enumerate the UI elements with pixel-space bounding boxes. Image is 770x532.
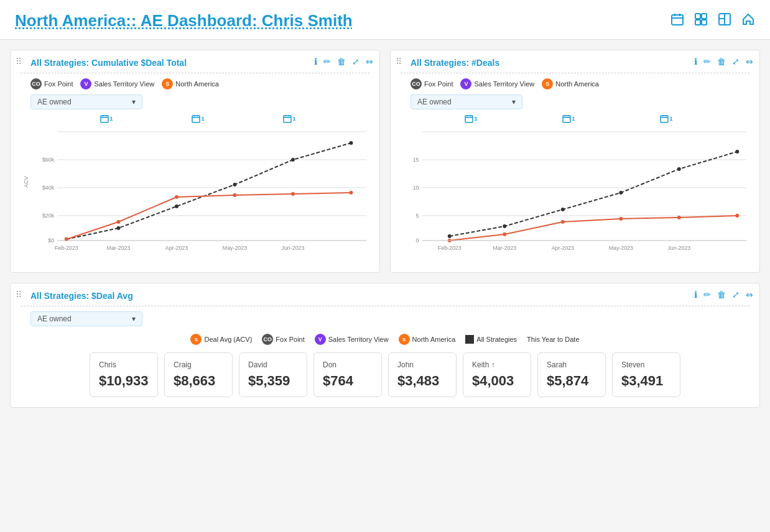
- svg-point-76: [677, 167, 681, 171]
- filter-label-3: AE owned: [37, 314, 72, 323]
- person-value-steven: $3,491: [621, 373, 671, 389]
- filter-dropdown-3[interactable]: AE owned ▾: [30, 311, 142, 326]
- legend-item-foxpoint-2: CO Fox Point: [411, 78, 453, 89]
- cal-markers-2: 1 1 1: [401, 114, 749, 123]
- expand-icon-1[interactable]: ⤢: [352, 57, 359, 66]
- legend-item-stv-1: V Sales Territory View: [80, 78, 154, 89]
- person-value-john: $3,483: [397, 373, 447, 389]
- widget3-legend: S Deal Avg (ACV) CO Fox Point V Sales Te…: [21, 334, 749, 345]
- svg-point-73: [503, 224, 506, 228]
- svg-text:Feb-2023: Feb-2023: [55, 245, 78, 251]
- legend-label-stv-1: Sales Territory View: [94, 80, 154, 88]
- cal-marker-2a: 1: [465, 114, 477, 123]
- filter-dropdown-2[interactable]: AE owned ▾: [411, 94, 522, 109]
- svg-point-77: [735, 150, 739, 154]
- svg-text:$20k: $20k: [42, 213, 55, 219]
- legend-label-allstrat-3: All Strategies: [476, 336, 517, 343]
- person-card-don: Don $764: [313, 352, 382, 397]
- drag-handle-2[interactable]: ⠿: [396, 57, 402, 66]
- person-name-craig: Craig: [174, 360, 223, 369]
- filter-label-1: AE owned: [37, 98, 72, 106]
- info-icon-1[interactable]: ℹ: [314, 57, 317, 66]
- person-card-john: John $3,483: [388, 352, 457, 397]
- person-name-david: David: [248, 360, 298, 369]
- svg-text:Jun-2023: Jun-2023: [667, 245, 690, 251]
- legend-label-na-3: North America: [412, 336, 456, 343]
- chevron-down-icon-3: ▾: [132, 314, 136, 323]
- edit-icon-2[interactable]: ✏: [703, 57, 711, 66]
- svg-text:5: 5: [416, 213, 419, 219]
- delete-icon-1[interactable]: 🗑: [337, 57, 346, 66]
- svg-point-34: [117, 226, 121, 230]
- person-card-keith: Keith ↑ $4,003: [463, 352, 531, 397]
- layout-icon[interactable]: [718, 12, 731, 29]
- legend-item-stv-2: V Sales Territory View: [460, 78, 534, 89]
- edit-icon-3[interactable]: ✏: [703, 290, 711, 300]
- cal-marker-1c: 1: [283, 114, 295, 123]
- person-card-sarah: Sarah $5,874: [537, 352, 606, 397]
- header: North America:: AE Dashboard: Chris Smit…: [0, 0, 770, 40]
- legend-label-na-2: North America: [555, 80, 599, 88]
- svg-point-72: [448, 234, 452, 238]
- svg-point-37: [291, 158, 295, 162]
- svg-rect-4: [695, 14, 700, 19]
- legend-label-deal-avg: Deal Avg (ACV): [204, 336, 252, 343]
- person-name-chris: Chris: [99, 360, 149, 369]
- svg-rect-6: [695, 20, 700, 25]
- grid-icon[interactable]: [694, 12, 708, 29]
- widget1-legend: CO Fox Point V Sales Territory View S No…: [21, 78, 369, 89]
- home-icon[interactable]: [741, 12, 755, 29]
- svg-text:Mar-2023: Mar-2023: [107, 245, 131, 251]
- svg-point-74: [561, 208, 565, 211]
- svg-rect-15: [192, 116, 200, 122]
- info-icon-2[interactable]: ℹ: [694, 57, 697, 66]
- svg-text:May-2023: May-2023: [609, 245, 633, 251]
- person-value-craig: $8,663: [174, 373, 223, 389]
- svg-point-79: [503, 232, 506, 236]
- legend-label-foxpoint-2: Fox Point: [424, 80, 453, 88]
- svg-point-75: [619, 191, 623, 195]
- badge-v-3: V: [315, 334, 326, 345]
- person-name-keith: Keith ↑: [472, 360, 522, 369]
- chevron-down-icon-1: ▾: [132, 98, 136, 106]
- widget3-title: All Strategies: $Deal Avg: [21, 291, 749, 306]
- svg-text:10: 10: [413, 185, 419, 191]
- person-value-david: $5,359: [248, 373, 298, 389]
- expand-icon-3[interactable]: ⤢: [732, 290, 740, 300]
- svg-rect-55: [563, 116, 570, 122]
- legend-ytd-3: This Year to Date: [527, 336, 579, 343]
- person-name-steven: Steven: [621, 360, 671, 369]
- drag-handle-3[interactable]: ⠿: [16, 290, 22, 300]
- filter-dropdown-1[interactable]: AE owned ▾: [30, 94, 142, 109]
- person-name-don: Don: [323, 360, 373, 369]
- expand-icon-2[interactable]: ⤢: [732, 57, 740, 66]
- badge-co-2: CO: [411, 78, 422, 89]
- svg-point-42: [233, 193, 237, 197]
- svg-rect-5: [702, 14, 707, 19]
- top-widgets-grid: ⠿ ℹ ✏ 🗑 ⤢ ⇔ All Strategies: Cumulative $…: [0, 40, 770, 283]
- edit-icon-1[interactable]: ✏: [323, 57, 331, 66]
- svg-point-43: [291, 192, 295, 196]
- chevron-down-icon-2: ▾: [512, 98, 516, 106]
- svg-text:Mar-2023: Mar-2023: [493, 245, 516, 251]
- filter-label-2: AE owned: [417, 98, 452, 106]
- badge-s-na-3: S: [399, 334, 410, 345]
- person-value-chris: $10,933: [99, 373, 149, 389]
- calendar-icon[interactable]: [670, 12, 684, 29]
- svg-text:15: 15: [413, 157, 419, 163]
- fullscreen-icon-1[interactable]: ⇔: [366, 57, 373, 66]
- info-icon-3[interactable]: ℹ: [694, 290, 697, 300]
- cal-marker-1a: 1: [100, 114, 113, 123]
- fullscreen-icon-2[interactable]: ⇔: [746, 57, 753, 66]
- drag-handle-1[interactable]: ⠿: [16, 57, 22, 66]
- badge-s-1: S: [162, 78, 173, 89]
- badge-co-1: CO: [30, 78, 42, 89]
- delete-icon-3[interactable]: 🗑: [717, 290, 726, 300]
- widget2-toolbar: ℹ ✏ 🗑 ⤢ ⇔: [694, 57, 753, 66]
- legend-label-ytd-3: This Year to Date: [527, 336, 579, 343]
- widget1-toolbar: ℹ ✏ 🗑 ⤢ ⇔: [314, 57, 373, 66]
- fullscreen-icon-3[interactable]: ⇔: [746, 290, 753, 300]
- svg-rect-7: [702, 20, 707, 25]
- delete-icon-2[interactable]: 🗑: [717, 57, 726, 66]
- svg-text:$60k: $60k: [42, 157, 55, 163]
